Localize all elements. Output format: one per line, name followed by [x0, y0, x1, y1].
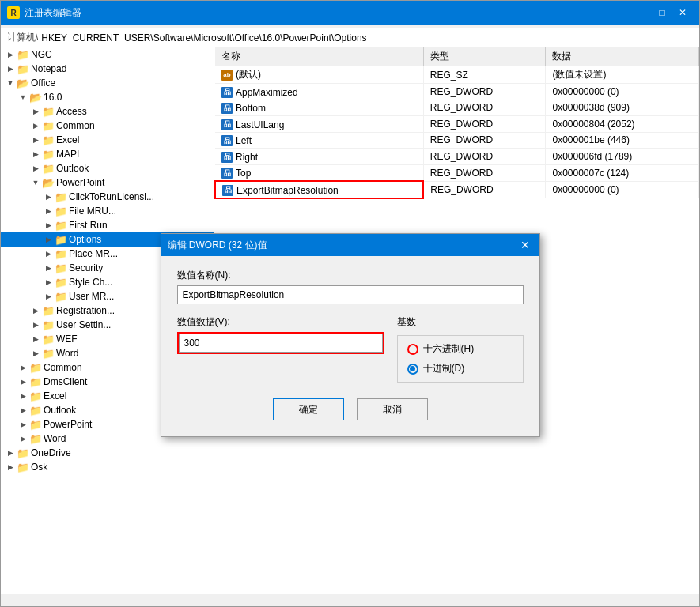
reg-data-left: 0x000001be (446)	[546, 132, 699, 149]
expander-osk[interactable]: ▶	[4, 461, 17, 473]
expander-security[interactable]: ▶	[42, 262, 55, 274]
folder-icon-powerpoint: 📂	[42, 176, 55, 189]
right-hscroll[interactable]	[214, 594, 699, 606]
expander-common-office[interactable]: ▶	[17, 361, 29, 374]
reg-name-left: 品 Left	[215, 132, 423, 149]
reg-row-lastuilang[interactable]: 品 LastUILang REG_DWORD 0x00000804 (2052)	[215, 116, 699, 133]
expander-usersettin[interactable]: ▶	[29, 319, 42, 331]
expander-wef[interactable]: ▶	[29, 333, 42, 345]
reg-row-appmax[interactable]: 品 AppMaximized REG_DWORD 0x00000000 (0)	[215, 84, 699, 100]
reg-row-default[interactable]: ab (默认) REG_SZ (数值未设置)	[215, 66, 699, 84]
tree-item-powerpoint[interactable]: ▼ 📂 PowerPoint	[1, 175, 214, 190]
window-title: 注册表编辑器	[25, 6, 81, 20]
hex-radio[interactable]	[407, 344, 418, 355]
tree-item-excel[interactable]: ▶ 📁 Excel	[1, 133, 214, 147]
title-bar-controls: — □ ✕	[631, 5, 693, 21]
dec-radio-option[interactable]: 十进制(D)	[407, 362, 513, 375]
reg-type-top: REG_DWORD	[423, 164, 546, 181]
expander-common[interactable]: ▶	[29, 119, 42, 132]
tree-item-osk[interactable]: ▶ 📁 Osk	[1, 460, 214, 474]
reg-data-lastuilang: 0x00000804 (2052)	[546, 116, 699, 133]
tree-item-ngc[interactable]: ▶ 📁 NGC	[1, 47, 214, 62]
hex-radio-option[interactable]: 十六进制(H)	[407, 342, 513, 356]
reg-icon-bottom: 品	[221, 103, 233, 114]
expander-onedrive[interactable]: ▶	[4, 447, 17, 459]
expander-options[interactable]: ▶	[42, 233, 55, 246]
expander-powerpoint-office[interactable]: ▶	[17, 418, 29, 431]
tree-label-security: Security	[69, 262, 106, 273]
ok-button[interactable]: 确定	[273, 398, 344, 420]
folder-icon-excel-office: 📁	[29, 390, 42, 402]
tree-item-notepad[interactable]: ▶ 📁 Notepad	[1, 62, 214, 76]
reg-data-exportbitmap: 0x00000000 (0)	[546, 181, 699, 198]
tree-item-firstrun[interactable]: ▶ 📁 First Run	[1, 218, 214, 232]
tree-item-common[interactable]: ▶ 📁 Common	[1, 119, 214, 133]
cancel-button[interactable]: 取消	[357, 398, 428, 420]
expander-clicktorun[interactable]: ▶	[42, 190, 55, 203]
tree-item-clicktorun[interactable]: ▶ 📁 ClickToRunLicensi...	[1, 190, 214, 204]
expander-ngc[interactable]: ▶	[4, 48, 17, 61]
tree-item-filemru[interactable]: ▶ 📁 File MRU...	[1, 204, 214, 218]
reg-name-appmax: 品 AppMaximized	[215, 84, 423, 100]
base-section: 基数 十六进制(H) 十进制(D)	[397, 315, 524, 383]
expander-excel[interactable]: ▶	[29, 134, 42, 146]
edit-dword-dialog: 编辑 DWORD (32 位)值 ✕ 数值名称(N): 数值数据(V):	[161, 233, 540, 437]
tree-item-16[interactable]: ▼ 📂 16.0	[1, 90, 214, 104]
name-input[interactable]	[177, 285, 524, 304]
close-button[interactable]: ✕	[672, 5, 693, 21]
reg-row-exportbitmap[interactable]: 品 ExportBitmapResolution REG_DWORD 0x000…	[215, 181, 699, 198]
col-data[interactable]: 数据	[546, 47, 699, 66]
folder-icon-common-office: 📁	[29, 361, 42, 374]
tree-item-office[interactable]: ▼ 📂 Office	[1, 76, 214, 90]
reg-row-left[interactable]: 品 Left REG_DWORD 0x000001be (446)	[215, 132, 699, 149]
tree-item-access[interactable]: ▶ 📁 Access	[1, 104, 214, 119]
expander-usermr[interactable]: ▶	[42, 290, 55, 303]
folder-icon-excel: 📁	[42, 134, 55, 146]
expander-16[interactable]: ▼	[17, 91, 29, 104]
expander-excel-office[interactable]: ▶	[17, 390, 29, 402]
expander-word-16[interactable]: ▶	[29, 347, 42, 360]
expander-notepad[interactable]: ▶	[4, 62, 17, 75]
minimize-button[interactable]: —	[631, 5, 652, 21]
tree-item-onedrive[interactable]: ▶ 📁 OneDrive	[1, 446, 214, 460]
expander-powerpoint[interactable]: ▼	[29, 176, 42, 189]
expander-access[interactable]: ▶	[29, 105, 42, 118]
expander-stylech[interactable]: ▶	[42, 276, 55, 288]
col-type[interactable]: 类型	[423, 47, 546, 66]
maximize-button[interactable]: □	[652, 5, 672, 21]
expander-office[interactable]: ▼	[4, 77, 17, 89]
expander-mapi[interactable]: ▶	[29, 148, 42, 160]
reg-name-default: ab (默认)	[215, 66, 423, 84]
folder-icon-firstrun: 📁	[55, 219, 67, 232]
dialog-buttons: 确定 取消	[177, 398, 524, 420]
folder-icon-access: 📁	[42, 105, 55, 118]
tree-item-outlook[interactable]: ▶ 📁 Outlook	[1, 161, 214, 175]
expander-word-office[interactable]: ▶	[17, 432, 29, 445]
main-window: R 注册表编辑器 — □ ✕ 计算机\ HKEY_CURRENT_USER\So…	[0, 0, 700, 607]
value-input[interactable]	[179, 334, 383, 353]
tree-item-mapi[interactable]: ▶ 📁 MAPI	[1, 147, 214, 161]
folder-icon-filemru: 📁	[55, 205, 67, 217]
expander-filemru[interactable]: ▶	[42, 205, 55, 217]
tree-label-registration: Registration...	[56, 305, 118, 316]
expander-outlook-office[interactable]: ▶	[17, 404, 29, 417]
reg-row-bottom[interactable]: 品 Bottom REG_DWORD 0x0000038d (909)	[215, 100, 699, 116]
expander-firstrun[interactable]: ▶	[42, 219, 55, 232]
reg-type-exportbitmap: REG_DWORD	[423, 181, 546, 198]
expander-dmsclient[interactable]: ▶	[17, 375, 29, 388]
col-name[interactable]: 名称	[215, 47, 423, 66]
folder-icon-options: 📁	[55, 233, 67, 246]
dec-radio[interactable]	[407, 364, 418, 375]
expander-registration[interactable]: ▶	[29, 304, 42, 317]
tree-hscroll[interactable]	[1, 594, 214, 606]
reg-row-right[interactable]: 品 Right REG_DWORD 0x000006fd (1789)	[215, 149, 699, 165]
folder-icon-office: 📂	[17, 77, 29, 89]
tree-label-access: Access	[56, 106, 90, 117]
reg-icon-appmax: 品	[221, 87, 233, 98]
expander-outlook[interactable]: ▶	[29, 162, 42, 175]
tree-label-wef: WEF	[56, 334, 81, 345]
expander-placemr[interactable]: ▶	[42, 247, 55, 260]
dialog-close-button[interactable]: ✕	[517, 239, 533, 251]
tree-label-onedrive: OneDrive	[31, 447, 74, 458]
reg-row-top[interactable]: 品 Top REG_DWORD 0x0000007c (124)	[215, 164, 699, 181]
